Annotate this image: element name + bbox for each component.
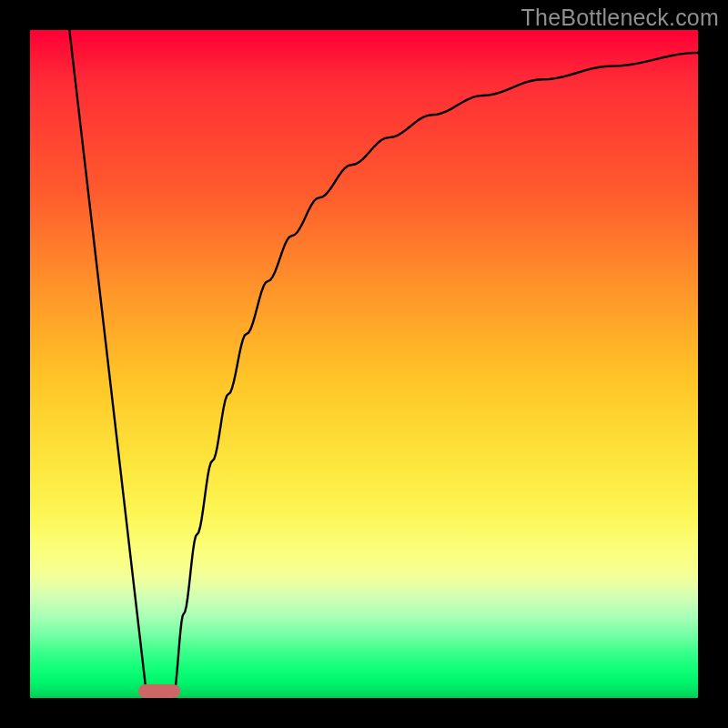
left-line — [69, 30, 147, 698]
curve-layer — [30, 30, 698, 698]
chart-frame: TheBottleneck.com — [0, 0, 728, 728]
watermark-text: TheBottleneck.com — [521, 5, 719, 31]
bottleneck-marker — [138, 684, 180, 698]
plot-area — [30, 30, 698, 698]
right-curve — [173, 53, 698, 698]
